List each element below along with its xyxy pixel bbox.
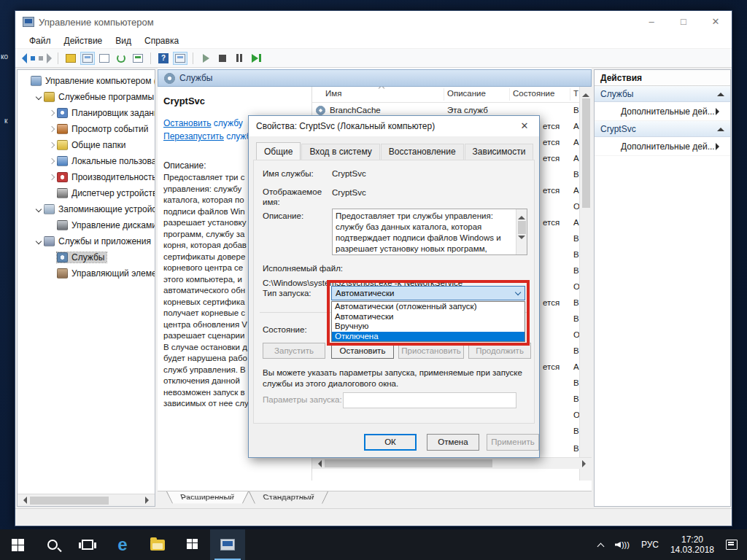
tree-item-wmi-control[interactable]: Управляющий элемен [18, 265, 155, 281]
apply-button[interactable]: Применить [487, 434, 539, 451]
help-icon[interactable]: ? [156, 52, 171, 65]
language-indicator[interactable]: РУС [636, 529, 664, 560]
scrollbar-thumb[interactable] [30, 497, 109, 505]
scrollbar-thumb[interactable] [325, 459, 492, 467]
tab-logon[interactable]: Вход в систему [301, 144, 379, 161]
menu-item-help[interactable]: Справка [138, 36, 185, 46]
collapse-icon[interactable] [717, 89, 724, 96]
description-textarea[interactable]: Предоставляет три службы управления: слу… [332, 209, 527, 255]
more-actions-item[interactable]: Дополнительные дей... [595, 137, 730, 156]
minimize-button[interactable]: – [635, 11, 667, 33]
params-input[interactable] [343, 392, 516, 408]
startup-type-combobox[interactable]: Автоматически [331, 286, 525, 300]
scroll-left-icon[interactable] [20, 497, 27, 504]
start-button[interactable]: Запустить [263, 343, 325, 359]
scroll-right-icon[interactable] [145, 497, 152, 504]
volume-icon[interactable]: ))) [610, 529, 635, 560]
forward-icon[interactable] [38, 52, 53, 65]
list-vertical-scrollbar[interactable] [579, 87, 592, 481]
show-console-tree-icon[interactable] [173, 52, 187, 65]
actions-section-services[interactable]: Службы [595, 86, 730, 102]
stop-button[interactable]: Остановить [331, 343, 394, 359]
scroll-right-icon[interactable] [582, 460, 589, 467]
tray-expand-icon[interactable] [593, 529, 608, 560]
chevron-collapsed-icon[interactable] [47, 127, 57, 131]
chevron-expanded-icon[interactable] [34, 207, 44, 211]
dialog-title-bar[interactable]: Свойства: CryptSvc (Локальный компьютер)… [249, 116, 539, 136]
tree-item-computer-management[interactable]: Управление компьютером (л [18, 73, 155, 89]
chevron-collapsed-icon[interactable] [47, 143, 57, 147]
tab-dependencies[interactable]: Зависимости [465, 144, 534, 161]
cancel-button[interactable]: Отмена [427, 434, 479, 451]
edge-icon[interactable]: e [105, 529, 140, 560]
pause-button[interactable]: Приостановить [398, 343, 464, 359]
column-name[interactable]: Имя [325, 89, 341, 98]
tab-standard[interactable]: Стандартный [249, 491, 328, 504]
ok-button[interactable]: ОК [364, 434, 417, 451]
scrollbar-thumb[interactable] [582, 98, 590, 208]
list-header[interactable]: Имя Описание Состояние Т [312, 87, 579, 103]
maximize-button[interactable]: □ [667, 11, 700, 33]
store-icon[interactable] [175, 529, 210, 560]
actions-section-cryptsvc[interactable]: CryptSvc [595, 121, 730, 137]
dropdown-option[interactable]: Автоматически (отложенный запуск) [332, 302, 525, 312]
tree-item-event-viewer[interactable]: Просмотр событий [18, 121, 155, 137]
tree-item-services-apps[interactable]: Службы и приложения [18, 233, 155, 249]
tab-general[interactable]: Общие [256, 142, 301, 160]
menu-item-action[interactable]: Действие [58, 36, 109, 46]
stop-service-icon[interactable] [215, 52, 230, 65]
chevron-collapsed-icon[interactable] [47, 175, 57, 179]
scroll-down-icon[interactable] [518, 236, 525, 243]
restart-service-icon[interactable] [249, 52, 263, 65]
tab-extended[interactable]: Расширенный [166, 491, 249, 504]
start-button[interactable] [0, 529, 35, 560]
close-button[interactable]: ✕ [700, 11, 732, 33]
up-folder-icon[interactable] [63, 52, 78, 65]
tab-recovery[interactable]: Восстановление [381, 144, 464, 161]
column-description[interactable]: Описание [447, 89, 486, 98]
tree-item-performance[interactable]: Производительность [18, 169, 155, 185]
start-service-icon[interactable] [198, 52, 213, 65]
computer-management-taskbar-icon[interactable] [210, 529, 245, 560]
pause-service-icon[interactable] [232, 52, 247, 65]
properties-icon[interactable] [97, 52, 112, 65]
tree-item-local-users[interactable]: Локальные пользовате [18, 153, 155, 169]
search-icon[interactable] [35, 529, 70, 560]
tree-item-services[interactable]: Службы [18, 249, 155, 265]
column-state[interactable]: Состояние [513, 89, 554, 98]
dropdown-option[interactable]: Вручную [332, 322, 525, 332]
chevron-expanded-icon[interactable] [34, 239, 44, 244]
tree-item-storage[interactable]: Запоминающие устройст [18, 201, 155, 217]
dropdown-option[interactable]: Автоматически [332, 312, 525, 322]
tree-item-system-tools[interactable]: Служебные программы [18, 89, 155, 105]
file-explorer-icon[interactable] [140, 529, 175, 560]
scroll-left-icon[interactable] [314, 460, 322, 467]
resume-button[interactable]: Продолжить [468, 343, 531, 359]
back-icon[interactable] [21, 52, 36, 65]
tree-item-disk-management[interactable]: Управление дисками [18, 217, 155, 233]
chevron-expanded-icon[interactable] [34, 95, 44, 99]
collapse-icon[interactable] [717, 124, 724, 131]
list-horizontal-scrollbar[interactable] [312, 457, 592, 469]
textarea-scrollbar[interactable] [516, 209, 527, 254]
menu-item-file[interactable]: Файл [23, 36, 58, 46]
dialog-close-icon[interactable]: ✕ [510, 116, 539, 136]
scroll-up-icon[interactable] [582, 90, 589, 97]
console-window-icon[interactable] [80, 52, 95, 65]
export-list-icon[interactable] [131, 52, 145, 65]
tree-item-task-scheduler[interactable]: Планировщик заданий [18, 105, 155, 121]
scroll-up-icon[interactable] [518, 212, 525, 219]
tree-item-device-manager[interactable]: Диспетчер устройств [18, 185, 155, 201]
more-actions-item[interactable]: Дополнительные дей... [595, 102, 730, 121]
tree-horizontal-scrollbar[interactable] [18, 494, 155, 506]
tree-item-shared-folders[interactable]: Общие папки [18, 137, 155, 153]
clock[interactable]: 17:20 14.03.2018 [665, 529, 719, 560]
action-center-icon[interactable] [721, 529, 743, 560]
dropdown-option[interactable]: Отключена [332, 332, 525, 342]
scrollbar-thumb[interactable] [518, 221, 526, 234]
menu-item-view[interactable]: Вид [109, 36, 138, 46]
chevron-collapsed-icon[interactable] [47, 159, 57, 163]
refresh-icon[interactable] [114, 52, 128, 65]
task-view-icon[interactable] [70, 529, 105, 560]
column-startup-type[interactable]: Т [573, 89, 578, 98]
